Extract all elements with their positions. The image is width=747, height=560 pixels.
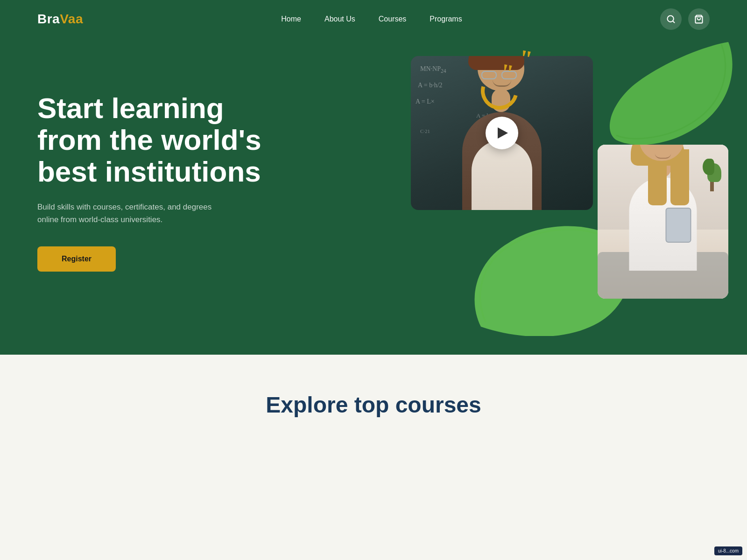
- play-icon: [498, 127, 508, 139]
- svg-line-1: [673, 21, 675, 23]
- header: BraVaa Home About Us Courses Programs: [0, 0, 747, 38]
- bag-icon: [694, 14, 704, 24]
- explore-section: Explore top courses: [0, 355, 747, 560]
- hero-content: Start learning from the world's best ins…: [37, 92, 280, 272]
- second-image-card: [598, 145, 728, 299]
- logo[interactable]: BraVaa: [37, 12, 83, 27]
- register-button[interactable]: Register: [37, 246, 116, 272]
- hero-title: Start learning from the world's best ins…: [37, 92, 280, 188]
- header-actions: [660, 8, 710, 30]
- hero-subtitle: Build skills with courses, certificates,…: [37, 201, 224, 226]
- nav-programs[interactable]: Programs: [430, 15, 462, 23]
- explore-title: Explore top courses: [266, 392, 481, 418]
- hero-section: Start learning from the world's best ins…: [0, 0, 747, 355]
- hero-visual: " " MN·NP24 A = b·h/2 A = L× A = b·d C·2…: [327, 0, 747, 355]
- play-button[interactable]: [486, 117, 518, 149]
- bag-button[interactable]: [688, 8, 710, 30]
- main-nav: Home About Us Courses Programs: [281, 15, 462, 23]
- nav-about[interactable]: About Us: [324, 15, 355, 23]
- search-icon: [666, 14, 676, 24]
- leaf-top-right: [607, 37, 738, 159]
- search-button[interactable]: [660, 8, 682, 30]
- logo-part2: Vaa: [60, 12, 83, 26]
- ui-badge: ui-8...com: [714, 546, 742, 555]
- logo-part1: Bra: [37, 12, 60, 26]
- nav-home[interactable]: Home: [281, 15, 301, 23]
- nav-courses[interactable]: Courses: [379, 15, 407, 23]
